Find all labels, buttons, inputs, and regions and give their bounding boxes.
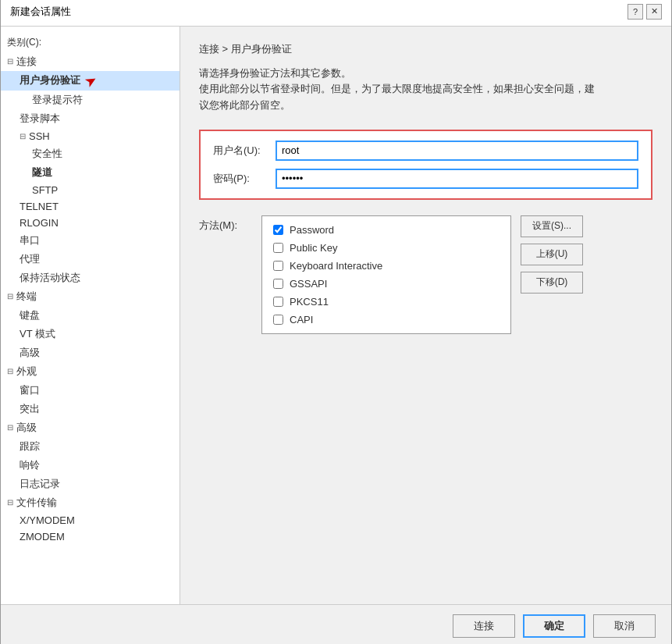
method-label-public-key[interactable]: Public Key bbox=[290, 242, 337, 254]
sidebar-item-sftp[interactable]: SFTP bbox=[1, 182, 180, 198]
sidebar-item-login-script[interactable]: 登录脚本 bbox=[1, 109, 180, 128]
username-label: 用户名(U): bbox=[213, 144, 276, 158]
sidebar-item-serial[interactable]: 串口 bbox=[1, 231, 180, 250]
sidebar-item-filetransfer[interactable]: ⊟文件传输 bbox=[1, 493, 180, 512]
expand-icon-connection: ⊟ bbox=[7, 57, 13, 66]
method-label-pkcs11[interactable]: PKCS11 bbox=[290, 296, 329, 308]
sidebar-item-terminal[interactable]: ⊟终端 bbox=[1, 287, 180, 306]
sidebar-label-ssh: SSH bbox=[29, 130, 50, 142]
dialog-footer: 连接 确定 取消 bbox=[1, 604, 671, 645]
method-checkbox-password[interactable] bbox=[273, 225, 283, 235]
close-button[interactable]: ✕ bbox=[646, 4, 662, 20]
sidebar-item-advanced2[interactable]: ⊟高级 bbox=[1, 418, 180, 437]
password-label: 密码(P): bbox=[213, 172, 276, 186]
expand-icon-advanced2: ⊟ bbox=[7, 423, 13, 432]
method-item-public-key: Public Key bbox=[273, 242, 500, 254]
sidebar-item-proxy[interactable]: 代理 bbox=[1, 250, 180, 269]
sidebar-label-filetransfer: 文件传输 bbox=[16, 496, 57, 510]
breadcrumb: 连接 > 用户身份验证 bbox=[199, 42, 652, 56]
sidebar-item-xymodem[interactable]: X/YMODEM bbox=[1, 512, 180, 528]
sidebar-label-telnet: TELNET bbox=[20, 201, 59, 212]
dialog-title: 新建会话属性 bbox=[10, 5, 71, 19]
sidebar-item-user-auth[interactable]: 用户身份验证➤ bbox=[1, 71, 180, 91]
sidebar-label-user-auth: 用户身份验证 bbox=[20, 73, 80, 87]
method-checkbox-gssapi[interactable] bbox=[273, 279, 283, 289]
sidebar-item-login-hint[interactable]: 登录提示符 bbox=[1, 91, 180, 109]
desc-line1: 请选择身份验证方法和其它参数。 bbox=[199, 66, 652, 82]
sidebar-item-security[interactable]: 安全性 bbox=[1, 144, 180, 163]
sidebar-label-appearance: 外观 bbox=[16, 365, 37, 379]
connect-button[interactable]: 连接 bbox=[453, 614, 515, 638]
method-checkbox-public-key[interactable] bbox=[273, 243, 283, 253]
sidebar-label-window: 窗口 bbox=[20, 383, 40, 397]
password-row: 密码(P): bbox=[213, 169, 638, 189]
dialog-window: 新建会话属性 ? ✕ 类别(C): ⊟连接用户身份验证➤登录提示符登录脚本⊟SS… bbox=[0, 0, 672, 644]
sidebar-item-highlight[interactable]: 突出 bbox=[1, 400, 180, 418]
sidebar-item-rlogin[interactable]: RLOGIN bbox=[1, 215, 180, 231]
sidebar-item-bell[interactable]: 响铃 bbox=[1, 456, 180, 475]
sidebar-label-keepalive: 保持活动状态 bbox=[20, 271, 80, 285]
sidebar-label-connection: 连接 bbox=[16, 55, 37, 69]
sidebar-item-keyboard[interactable]: 键盘 bbox=[1, 306, 180, 325]
password-input[interactable] bbox=[276, 169, 638, 189]
method-item-gssapi: GSSAPI bbox=[273, 278, 500, 290]
sidebar-label-tunnel: 隧道 bbox=[32, 165, 52, 180]
move-down-button[interactable]: 下移(D) bbox=[521, 272, 583, 294]
username-input[interactable] bbox=[276, 141, 638, 161]
sidebar-label-bell: 响铃 bbox=[20, 458, 40, 472]
sidebar-label-serial: 串口 bbox=[20, 233, 40, 247]
method-item-password: Password bbox=[273, 224, 500, 236]
method-checkbox-pkcs11[interactable] bbox=[273, 297, 283, 307]
method-checkbox-keyboard-interactive[interactable] bbox=[273, 261, 283, 271]
title-bar: 新建会话属性 ? ✕ bbox=[1, 0, 671, 27]
method-list: PasswordPublic KeyKeyboard InteractiveGS… bbox=[273, 224, 500, 326]
sidebar-item-appearance[interactable]: ⊟外观 bbox=[1, 362, 180, 381]
sidebar: 类别(C): ⊟连接用户身份验证➤登录提示符登录脚本⊟SSH安全性隧道SFTPT… bbox=[1, 27, 180, 604]
dialog-body: 类别(C): ⊟连接用户身份验证➤登录提示符登录脚本⊟SSH安全性隧道SFTPT… bbox=[1, 27, 671, 604]
sidebar-label-logging: 日志记录 bbox=[20, 477, 60, 491]
sidebar-label-login-script: 登录脚本 bbox=[20, 112, 60, 126]
main-content: 连接 > 用户身份验证 请选择身份验证方法和其它参数。 使用此部分以节省登录时间… bbox=[180, 27, 671, 604]
setup-button[interactable]: 设置(S)... bbox=[521, 215, 583, 237]
description: 请选择身份验证方法和其它参数。 使用此部分以节省登录时间。但是，为了最大限度地提… bbox=[199, 66, 652, 114]
sidebar-item-vt-mode[interactable]: VT 模式 bbox=[1, 325, 180, 343]
sidebar-item-tunnel[interactable]: 隧道 bbox=[1, 163, 180, 182]
sidebar-item-advanced[interactable]: 高级 bbox=[1, 343, 180, 362]
sidebar-item-window[interactable]: 窗口 bbox=[1, 381, 180, 400]
sidebar-label-rlogin: RLOGIN bbox=[20, 217, 59, 229]
method-label-capi[interactable]: CAPI bbox=[290, 314, 313, 326]
sidebar-item-trace[interactable]: 跟踪 bbox=[1, 437, 180, 456]
desc-line3: 议您将此部分留空。 bbox=[199, 98, 652, 114]
sidebar-item-keepalive[interactable]: 保持活动状态 bbox=[1, 269, 180, 287]
sidebar-item-logging[interactable]: 日志记录 bbox=[1, 475, 180, 493]
sidebar-tree: ⊟连接用户身份验证➤登录提示符登录脚本⊟SSH安全性隧道SFTPTELNETRL… bbox=[1, 52, 180, 545]
ok-button[interactable]: 确定 bbox=[523, 614, 585, 638]
method-checkbox-capi[interactable] bbox=[273, 315, 283, 325]
expand-icon-terminal: ⊟ bbox=[7, 292, 13, 301]
sidebar-label-keyboard: 键盘 bbox=[20, 308, 40, 322]
help-button[interactable]: ? bbox=[628, 4, 643, 20]
expand-icon-filetransfer: ⊟ bbox=[7, 498, 13, 507]
sidebar-item-connection[interactable]: ⊟连接 bbox=[1, 52, 180, 71]
sidebar-label-vt-mode: VT 模式 bbox=[20, 327, 55, 341]
sidebar-item-ssh[interactable]: ⊟SSH bbox=[1, 128, 180, 144]
method-label-gssapi[interactable]: GSSAPI bbox=[290, 278, 327, 290]
sidebar-label-terminal: 终端 bbox=[16, 290, 37, 304]
selection-arrow-icon: ➤ bbox=[82, 72, 98, 90]
cancel-button[interactable]: 取消 bbox=[593, 614, 656, 638]
sidebar-label-security: 安全性 bbox=[32, 147, 62, 161]
sidebar-item-telnet[interactable]: TELNET bbox=[1, 198, 180, 215]
sidebar-label-sftp: SFTP bbox=[32, 184, 58, 196]
username-row: 用户名(U): bbox=[213, 141, 638, 161]
method-item-pkcs11: PKCS11 bbox=[273, 296, 500, 308]
expand-icon-ssh: ⊟ bbox=[20, 132, 26, 141]
method-item-capi: CAPI bbox=[273, 314, 500, 326]
method-section: 方法(M): PasswordPublic KeyKeyboard Intera… bbox=[199, 215, 652, 334]
method-label-keyboard-interactive[interactable]: Keyboard Interactive bbox=[290, 260, 382, 272]
move-up-button[interactable]: 上移(U) bbox=[521, 244, 583, 265]
sidebar-label-login-hint: 登录提示符 bbox=[32, 93, 83, 107]
sidebar-label-zmodem: ZMODEM bbox=[20, 531, 65, 543]
method-label-password[interactable]: Password bbox=[290, 224, 334, 236]
sidebar-label-highlight: 突出 bbox=[20, 402, 40, 416]
sidebar-item-zmodem[interactable]: ZMODEM bbox=[1, 528, 180, 545]
